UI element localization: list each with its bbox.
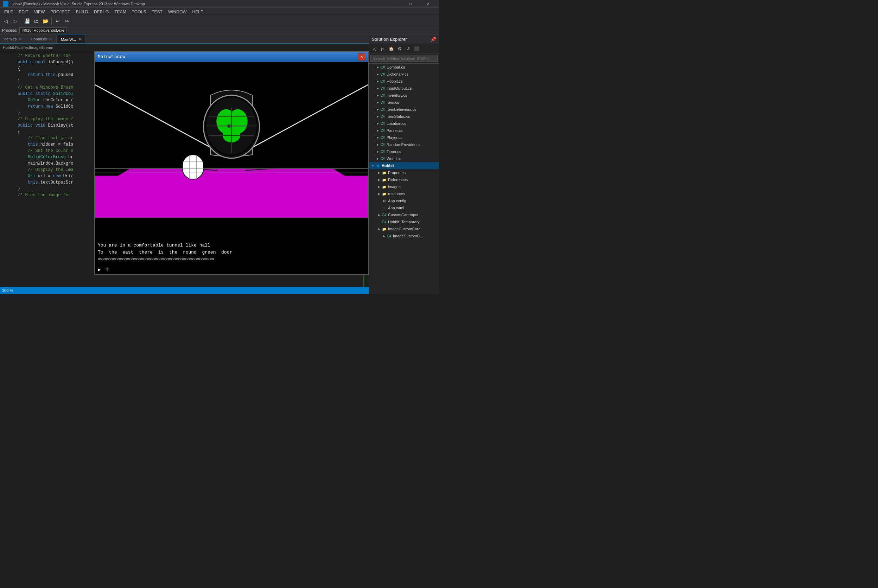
- se-item-combat[interactable]: ▶ C# Combat.cs: [369, 64, 439, 70]
- se-tb-settings[interactable]: ⚙: [396, 45, 404, 53]
- se-tb-back[interactable]: ◁: [371, 45, 378, 53]
- toolbar-redo[interactable]: ↪: [63, 17, 71, 26]
- se-item-label: Player.cs: [387, 135, 402, 140]
- se-arrow: ▶: [375, 65, 380, 70]
- minimize-button[interactable]: —: [385, 0, 401, 8]
- se-item-label: App.config: [388, 199, 406, 203]
- se-item-randomprovider[interactable]: ▶ C# RandomProvider.cs: [369, 141, 439, 148]
- se-item-label: Location.cs: [387, 122, 406, 126]
- file-path-bar: Hobbit.RichTextImageStream: [0, 44, 369, 51]
- toolbar-back[interactable]: ◁: [2, 17, 10, 26]
- se-item-appconfig[interactable]: ⚙ App.config: [369, 197, 439, 204]
- se-item-resources[interactable]: ▶ 📁 resources: [369, 190, 439, 197]
- se-item-dictionary[interactable]: ▶ C# Dictionary.cs: [369, 70, 439, 78]
- se-arrow: ▶: [375, 156, 380, 161]
- se-tb-refresh[interactable]: ↺: [404, 45, 412, 53]
- se-item-itemstatus[interactable]: ▶ C# ItemStatus.cs: [369, 113, 439, 120]
- game-close-button[interactable]: ✕: [358, 54, 365, 60]
- se-title: Solution Explorer: [372, 37, 407, 42]
- menu-tools[interactable]: TOOLS: [129, 9, 149, 15]
- process-value: [4916] Hobbit.vshost.exe: [20, 27, 67, 33]
- se-search-input[interactable]: [371, 55, 438, 62]
- se-item-label: Timer.cs: [387, 150, 401, 154]
- menu-team[interactable]: TEAM: [111, 9, 129, 15]
- se-arrow: [377, 206, 382, 210]
- folder-icon: 📁: [382, 191, 387, 196]
- se-arrow: ▶: [375, 121, 380, 126]
- se-item-location[interactable]: ▶ C# Location.cs: [369, 120, 439, 127]
- menu-edit[interactable]: EDIT: [16, 9, 31, 15]
- tab-hobbit-cs[interactable]: Hobbit.cs ✕: [26, 35, 57, 43]
- config-icon: ⚙: [382, 198, 387, 203]
- se-item-properties[interactable]: ▶ 📁 Properties: [369, 169, 439, 176]
- se-item-world[interactable]: ▶ C# World.cs: [369, 155, 439, 162]
- se-arrow: ▶: [375, 107, 380, 112]
- tab-bar: Item.cs ✕ Hobbit.cs ✕ MainW... ✕: [0, 34, 369, 44]
- se-arrow: ▶: [375, 72, 380, 76]
- se-item-inputoutput[interactable]: ▶ C# InputOutput.cs: [369, 85, 439, 92]
- menu-project[interactable]: PROJECT: [48, 9, 73, 15]
- se-item-label: RandomProvider.cs: [387, 142, 420, 147]
- se-tb-home[interactable]: 🏠: [387, 45, 395, 53]
- se-item-itembehaviour[interactable]: ▶ C# ItemBehaviour.cs: [369, 106, 439, 113]
- se-arrow: ▶: [377, 191, 382, 196]
- se-item-hobbit-cs[interactable]: ▶ C# Hobbit.cs: [369, 78, 439, 85]
- se-pin-icon[interactable]: 📌: [430, 37, 436, 42]
- se-arrow: ▶: [377, 212, 382, 218]
- title-bar-controls: — □ ✕: [385, 0, 436, 8]
- se-item-imagecustomc[interactable]: ▶ C# ImageCustomC...: [369, 232, 439, 240]
- se-item-timer[interactable]: ▶ C# Timer.cs: [369, 148, 439, 155]
- se-item-appxaml[interactable]: ◇ App.xaml: [369, 204, 439, 212]
- se-item-hobbit-project[interactable]: ▼ ◈ Hobbit: [369, 162, 439, 169]
- process-label: Process:: [2, 28, 17, 32]
- se-arrow: ▶: [375, 93, 380, 98]
- se-arrow: ▶: [377, 226, 382, 231]
- se-tb-collapse[interactable]: ⬛: [413, 45, 420, 53]
- tab-item-cs[interactable]: Item.cs ✕: [0, 35, 26, 43]
- cs-icon: C#: [380, 128, 385, 133]
- se-item-customcareinput[interactable]: ▶ C# CustomCareInput...: [369, 212, 439, 218]
- tab-close-hobbit[interactable]: ✕: [49, 37, 52, 42]
- se-arrow: ▶: [375, 142, 380, 147]
- se-item-label: Properties: [388, 171, 405, 175]
- game-content: You are in a comfortable tunnel like hal…: [95, 62, 368, 274]
- menu-test[interactable]: TEST: [149, 9, 165, 15]
- se-item-images[interactable]: ▶ 📁 images: [369, 183, 439, 190]
- se-item-label: References: [388, 178, 408, 182]
- maximize-button[interactable]: □: [402, 0, 419, 8]
- se-item-label: World.cs: [387, 156, 402, 161]
- toolbar-save[interactable]: 💾: [23, 17, 31, 26]
- toolbar-undo[interactable]: ↩: [54, 17, 62, 26]
- close-button[interactable]: ✕: [420, 0, 436, 8]
- se-item-label: App.xaml: [388, 206, 404, 210]
- tab-mainwindow[interactable]: MainW... ✕: [57, 35, 86, 43]
- code-editor[interactable]: /* Return whether the public bool isPaus…: [0, 51, 369, 287]
- se-tb-forward[interactable]: ▷: [379, 45, 387, 53]
- se-tree: ▶ C# Combat.cs ▶ C# Dictionary.cs ▶ C# H…: [369, 64, 439, 294]
- menu-file[interactable]: FILE: [2, 9, 16, 15]
- se-item-label: InputOutput.cs: [387, 86, 412, 90]
- menu-view[interactable]: VIEW: [31, 9, 48, 15]
- toolbar-save-all[interactable]: 🗂: [32, 17, 41, 26]
- toolbar-forward[interactable]: ▷: [11, 17, 19, 26]
- se-item-imagecustomcare[interactable]: ▶ 📁 ImageCustomCare: [369, 225, 439, 232]
- se-item-inventory[interactable]: ▶ C# Inventory.cs: [369, 92, 439, 99]
- se-item-parser[interactable]: ▶ C# Parser.cs: [369, 127, 439, 134]
- xaml-icon: ◇: [382, 206, 387, 210]
- cs-icon: C#: [380, 135, 385, 140]
- se-item-hobbit-temporary[interactable]: C# Hobbit_Temporary: [369, 218, 439, 225]
- se-item-references[interactable]: ▶ 📁 References: [369, 176, 439, 183]
- menu-debug[interactable]: DEBUG: [91, 9, 112, 15]
- folder-icon: 📁: [382, 177, 387, 182]
- toolbar-open[interactable]: 📂: [41, 17, 50, 26]
- menu-help[interactable]: HELP: [190, 9, 206, 15]
- se-item-item-cs[interactable]: ▶ C# Item.cs: [369, 99, 439, 106]
- cs-icon: C#: [380, 100, 385, 105]
- tab-close-item[interactable]: ✕: [19, 37, 22, 42]
- se-toolbar: ◁ ▷ 🏠 ⚙ ↺ ⬛: [369, 44, 439, 54]
- menu-build[interactable]: BUILD: [73, 9, 91, 15]
- cs-icon: C#: [380, 121, 385, 126]
- se-item-player[interactable]: ▶ C# Player.cs: [369, 134, 439, 141]
- tab-close-main[interactable]: ✕: [78, 37, 81, 42]
- menu-window[interactable]: WINDOW: [165, 9, 190, 15]
